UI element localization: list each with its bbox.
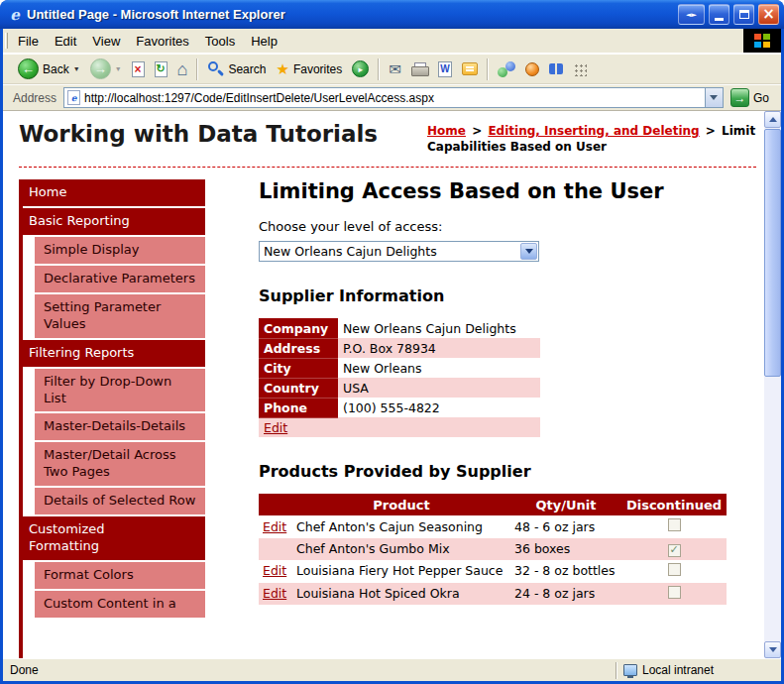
maximize-button[interactable]	[733, 4, 754, 25]
sidebar-navigation: Home Basic Reporting Simple Display Decl…	[19, 179, 205, 619]
supplier-edit-cell: Edit	[259, 417, 540, 437]
menu-view[interactable]: View	[84, 29, 128, 53]
menu-edit[interactable]: Edit	[47, 29, 84, 53]
grid-button[interactable]	[569, 60, 591, 78]
refresh-button[interactable]: ↻	[151, 59, 171, 79]
security-zone-pane: Local intranet	[617, 663, 781, 677]
web-page: Working with Data Tutorials Home > Editi…	[3, 111, 764, 658]
edit-with-word-button[interactable]: W	[434, 59, 456, 79]
product-edit-link[interactable]: Edit	[263, 586, 286, 601]
main-content: Limiting Access Based on the User Choose…	[259, 179, 756, 619]
table-row: Edit Louisiana Fiery Hot Pepper Sauce 32…	[259, 560, 727, 583]
products-heading: Products Provided by Supplier	[259, 462, 756, 481]
sidebar-item-master-detail-across-two-pages[interactable]: Master/Detail Across Two Pages	[35, 442, 205, 486]
select-dropdown-icon	[520, 243, 537, 260]
scroll-up-button[interactable]	[764, 111, 781, 128]
sidebar-item-format-colors[interactable]: Format Colors	[35, 562, 205, 589]
breadcrumb-home-link[interactable]: Home	[427, 124, 466, 138]
print-button[interactable]	[407, 60, 432, 78]
menu-help[interactable]: Help	[243, 29, 285, 53]
vertical-scrollbar[interactable]	[764, 111, 781, 658]
sidebar-item-simple-display[interactable]: Simple Display	[35, 237, 205, 264]
access-level-label: Choose your level of access:	[259, 219, 756, 234]
products-grid: Product Qty/Unit Discontinued Edit Chef …	[259, 494, 727, 605]
product-discontinued-cell: ✓	[621, 538, 727, 560]
stop-button[interactable]: ×	[128, 59, 149, 79]
sidebar-item-home[interactable]: Home	[19, 179, 205, 206]
sidebar-item-filtering-reports[interactable]: Filtering Reports	[19, 340, 205, 367]
discontinued-checkbox: ✓	[668, 544, 681, 557]
access-level-select[interactable]: New Orleans Cajun Delights	[259, 241, 539, 262]
product-edit-link[interactable]: Edit	[263, 519, 286, 534]
home-button[interactable]: ⌂	[173, 58, 192, 80]
product-discontinued-cell: ✓	[621, 560, 727, 583]
menu-favorites[interactable]: Favorites	[128, 29, 196, 53]
supplier-field-value: New Orleans	[338, 358, 540, 378]
title-bar[interactable]: e Untitled Page - Microsoft Internet Exp…	[0, 0, 784, 29]
address-dropdown-button[interactable]	[705, 88, 723, 107]
status-bar: Done Local intranet	[3, 658, 781, 681]
research-button[interactable]	[545, 61, 567, 76]
media-button[interactable]: ▸	[348, 58, 373, 79]
back-button[interactable]: ← Back ▼	[14, 57, 84, 81]
sidebar-item-filter-by-drop-down-list[interactable]: Filter by Drop-Down List	[35, 369, 205, 412]
messenger-button[interactable]	[494, 59, 519, 79]
menu-file[interactable]: File	[10, 29, 47, 53]
stop-icon: ×	[132, 61, 145, 77]
sidebar-item-master-details-details[interactable]: Master-Details-Details	[35, 413, 205, 440]
discuss-icon	[462, 62, 478, 75]
sidebar-item-basic-reporting[interactable]: Basic Reporting	[19, 208, 205, 235]
product-qty-cell: 48 - 6 oz jars	[510, 515, 621, 538]
discontinued-checkbox: ✓	[668, 586, 681, 599]
menubar-grip[interactable]	[5, 33, 8, 49]
word-icon: W	[438, 61, 452, 77]
minimize-button[interactable]	[709, 4, 729, 25]
sidebar-item-custom-content[interactable]: Custom Content in a	[35, 591, 205, 618]
table-row: Company New Orleans Cajun Delights	[259, 318, 540, 338]
refresh-icon: ↻	[155, 61, 168, 77]
sidebar-item-declarative-parameters[interactable]: Declarative Parameters	[35, 266, 205, 292]
page-title: Limiting Access Based on the User	[259, 179, 756, 203]
msn-button[interactable]	[521, 60, 543, 78]
supplier-field-label: Address	[259, 338, 338, 358]
supplier-field-label: City	[259, 358, 338, 378]
forward-button[interactable]: → ▼	[86, 57, 126, 81]
scroll-down-button[interactable]	[764, 641, 781, 658]
favorites-button[interactable]: ★ Favorites	[272, 59, 346, 78]
discuss-button[interactable]	[458, 60, 482, 77]
table-row: Edit Louisiana Hot Spiced Okra 24 - 8 oz…	[259, 583, 727, 606]
products-header-discontinued: Discontinued	[621, 494, 727, 515]
product-edit-link[interactable]: Edit	[263, 563, 286, 578]
toolbar-separator	[196, 58, 198, 80]
scrollbar-thumb[interactable]	[764, 129, 781, 377]
sidebar-item-customized-formatting[interactable]: Customized Formatting	[19, 516, 205, 560]
supplier-edit-link[interactable]: Edit	[264, 420, 287, 435]
status-text: Done	[10, 663, 39, 677]
sidebar-item-details-of-selected-row[interactable]: Details of Selected Row	[35, 488, 205, 514]
windows-flag-icon	[754, 34, 770, 48]
sidebar-item-setting-parameter-values[interactable]: Setting Parameter Values	[35, 294, 205, 338]
address-bar: Address e http://localhost:1297/Code/Edi…	[3, 84, 781, 111]
product-qty-cell: 36 boxes	[510, 538, 621, 560]
product-qty-cell: 24 - 8 oz jars	[510, 583, 621, 606]
supplier-field-value: (100) 555-4822	[338, 398, 540, 417]
msn-icon	[525, 62, 539, 76]
search-button[interactable]: Search	[203, 58, 270, 79]
product-name-cell: Louisiana Hot Spiced Okra	[292, 583, 510, 606]
window-title: Untitled Page - Microsoft Internet Explo…	[27, 7, 674, 22]
table-row: Country USA	[259, 378, 540, 398]
supplier-field-value: USA	[338, 378, 540, 398]
go-button[interactable]: → Go	[728, 88, 777, 107]
breadcrumb-section-link[interactable]: Editing, Inserting, and Deleting	[488, 124, 699, 138]
scrollbar-track[interactable]	[764, 128, 781, 641]
menu-tools[interactable]: Tools	[197, 29, 243, 53]
close-button[interactable]: ×	[758, 4, 779, 25]
search-label: Search	[228, 62, 266, 76]
browser-window: e Untitled Page - Microsoft Internet Exp…	[0, 0, 784, 684]
titlebar-arrows-button[interactable]: ◄►	[678, 4, 705, 25]
toolbar-separator	[378, 58, 380, 80]
address-input[interactable]: e http://localhost:1297/Code/EditInsertD…	[63, 87, 724, 108]
supplier-field-label: Phone	[259, 398, 338, 417]
browser-viewport: Working with Data Tutorials Home > Editi…	[3, 111, 781, 658]
mail-button[interactable]: ✉	[385, 59, 405, 78]
